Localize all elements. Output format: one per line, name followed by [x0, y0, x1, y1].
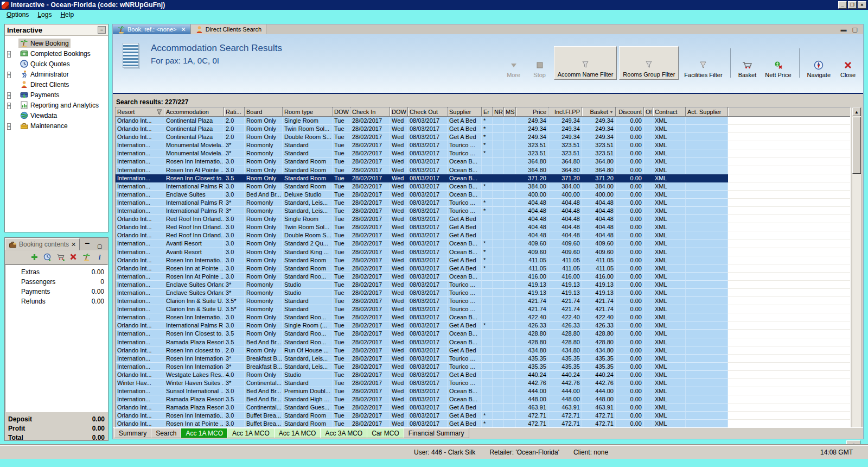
- table-row[interactable]: Orlando Int...Westgate Lakes Res...4.0Ro…: [116, 371, 850, 379]
- booking-minimize-icon[interactable]: ▔: [85, 244, 93, 250]
- table-row[interactable]: Internation...Rosen Inn International3*B…: [116, 363, 850, 371]
- column-header-of[interactable]: Of: [644, 108, 653, 117]
- results-table[interactable]: ResortAccommodationRati...BoardRoom type…: [115, 107, 851, 437]
- column-header-accommodation[interactable]: Accommodation: [164, 108, 224, 117]
- minimize-button[interactable]: _: [838, 1, 847, 9]
- table-row[interactable]: Internation...Ramada Plaza Resort...3.5B…: [116, 395, 850, 403]
- bottom-tab-acc-1a-mco[interactable]: Acc 1A MCO: [227, 428, 275, 438]
- expand-plus-icon[interactable]: +: [7, 102, 14, 109]
- column-filter-icon[interactable]: [156, 109, 162, 115]
- column-header-er[interactable]: Er: [482, 108, 493, 117]
- tabgroup-maximize-icon[interactable]: ▢: [852, 26, 858, 33]
- table-row[interactable]: Internation...Rosen Inn Internatio...3.0…: [116, 157, 850, 166]
- sidebar-item-administrator[interactable]: +Administrator: [5, 69, 108, 79]
- booking-row-refunds[interactable]: Refunds0.00: [5, 296, 107, 306]
- sidebar-collapse-button[interactable]: −: [98, 26, 106, 34]
- column-header-check-out[interactable]: Check Out: [408, 108, 448, 117]
- bottom-tab-search[interactable]: Search: [151, 428, 181, 438]
- column-header-incl-fl-pp[interactable]: Incl.Fl.PP: [548, 108, 582, 117]
- table-row[interactable]: Internation...Ramada Plaza Resort...3.5B…: [116, 338, 850, 346]
- column-header-check-in[interactable]: Check In: [350, 108, 390, 117]
- tab-book-ref-none-[interactable]: Book. ref.: <none>✕: [113, 24, 191, 34]
- table-row[interactable]: Internation...Rosen Inn International3*B…: [116, 355, 850, 363]
- column-header-discount[interactable]: Discount: [616, 108, 644, 117]
- new-booking-palm-icon[interactable]: [82, 253, 91, 261]
- table-row[interactable]: Orlando Int...Rosen Inn Internatio...3.0…: [116, 412, 850, 420]
- bottom-tab-car-mco[interactable]: Car MCO: [367, 428, 404, 438]
- column-header-resort[interactable]: Resort: [116, 108, 164, 117]
- table-row[interactable]: Internation...Rosen Inn At Pointe ...3.0…: [116, 273, 850, 281]
- table-row[interactable]: Orlando Int...Rosen Inn at Pointe ...3.0…: [116, 264, 850, 273]
- tab-direct-clients-search[interactable]: Direct Clients Search: [191, 24, 266, 34]
- sidebar-item-direct-clients[interactable]: Direct Clients: [5, 79, 108, 90]
- bottom-tab-acc-3a-mco[interactable]: Acc 3A MCO: [320, 428, 367, 438]
- table-row[interactable]: Internation...Rosen Inn Internatio...3.0…: [116, 313, 850, 321]
- expand-plus-icon[interactable]: +: [7, 51, 14, 57]
- menu-logs[interactable]: Logs: [34, 10, 55, 19]
- sidebar-item-completed-bookings[interactable]: +Completed Bookings: [5, 48, 108, 59]
- table-row[interactable]: Orlando Int...Red Roof Inn Orland...3.0R…: [116, 223, 850, 231]
- table-row[interactable]: Internation...Avanti Resort3.0Room OnlyS…: [116, 239, 850, 248]
- vertical-scrollbar[interactable]: ▲ ▼: [852, 107, 861, 437]
- booking-row-passengers[interactable]: Passengers0: [5, 277, 107, 287]
- bottom-tab-financial-summary[interactable]: Financial Summary: [404, 428, 469, 438]
- column-header-ms[interactable]: MS: [504, 108, 516, 117]
- column-header-price[interactable]: Price: [516, 108, 548, 117]
- table-row[interactable]: Internation...Monumental Moviela...3*Roo…: [116, 149, 850, 157]
- table-row[interactable]: Internation...Rosen Inn At Pointe ...3.0…: [116, 166, 850, 174]
- sidebar-item-maintenance[interactable]: +Maintenance: [5, 121, 108, 131]
- table-row[interactable]: Orlando Int...Ramada Plaza Resort...3.0C…: [116, 403, 850, 412]
- expand-plus-icon[interactable]: +: [7, 71, 14, 78]
- table-row[interactable]: Orlando Int...Continental Plaza2.0Room O…: [116, 133, 850, 141]
- booking-row-payments[interactable]: Payments0.00: [5, 287, 107, 296]
- table-row[interactable]: Winter Hav...Winter Haven Suites ...3*Co…: [116, 379, 850, 387]
- close-window-button[interactable]: ×: [858, 1, 866, 9]
- availability-clock-icon[interactable]: [43, 253, 52, 261]
- table-row[interactable]: Internation...International Palms R...3*…: [116, 199, 850, 207]
- scroll-up-icon[interactable]: ▲: [852, 108, 861, 116]
- table-row[interactable]: Orlando Int...Continental Plaza2.0Room O…: [116, 117, 850, 125]
- add-icon[interactable]: [30, 253, 39, 261]
- tab-close-icon[interactable]: ✕: [181, 26, 186, 33]
- title-bar[interactable]: Interactive - Ocean-Florida (code: wNRUp…: [0, 0, 868, 10]
- column-header-dow[interactable]: DOW: [390, 108, 408, 117]
- tabgroup-minimize-icon[interactable]: ▬: [841, 26, 847, 33]
- menu-help[interactable]: Help: [56, 10, 78, 19]
- basket-move-icon[interactable]: [56, 253, 65, 261]
- booking-contents-tab[interactable]: Booking contents ✕: [5, 238, 80, 250]
- column-header-board[interactable]: Board: [245, 108, 283, 117]
- table-row[interactable]: Internation...Clarion Inn & Suite U...3.…: [116, 297, 850, 305]
- column-header-basket[interactable]: Basket▼: [582, 108, 616, 117]
- table-row[interactable]: Internation...Enclave Suites Orlando3*Ro…: [116, 289, 850, 297]
- booking-row-extras[interactable]: Extras0.00: [5, 267, 107, 277]
- table-row-selected[interactable]: Internation...Rosen Inn Closest to...3.5…: [116, 174, 850, 182]
- accomm-name-filter-button[interactable]: Accomm Name Filter: [554, 46, 617, 80]
- table-row[interactable]: Orlando Int...Red Roof Inn Orland...3.0R…: [116, 231, 850, 239]
- table-row[interactable]: Orlando Int...Continental Plaza2.0Room O…: [116, 125, 850, 133]
- menu-options[interactable]: Options: [3, 10, 33, 19]
- table-row[interactable]: Internation...Enclave Suites3.0Bed And B…: [116, 191, 850, 199]
- sidebar-item-quick-quotes[interactable]: Quick Quotes: [5, 59, 108, 69]
- table-row[interactable]: Orlando Int...Rosen Inn Internatio...3.0…: [116, 256, 850, 264]
- table-row[interactable]: Internation...International Palms R...3*…: [116, 207, 850, 215]
- bottom-tab-acc-1a-mco[interactable]: Acc 1A MCO: [181, 428, 228, 438]
- sidebar-item-payments[interactable]: +$Payments: [5, 90, 108, 100]
- column-header-act-supplier[interactable]: Act. Supplier: [686, 108, 728, 117]
- nett-price-button[interactable]: Nett Price: [762, 46, 794, 80]
- facilities-filter-button[interactable]: Facilities Filter: [681, 46, 725, 80]
- column-header-dow[interactable]: DOW: [333, 108, 350, 117]
- close-results-button[interactable]: Close: [836, 46, 860, 80]
- booking-maximize-icon[interactable]: ▢: [97, 244, 105, 250]
- table-row[interactable]: Internation...Sunsol International ...3.…: [116, 387, 850, 395]
- column-header-nr[interactable]: NR: [493, 108, 504, 117]
- table-row[interactable]: Internation...Rosen Inn Closest to...3.5…: [116, 330, 850, 338]
- booking-tab-close-icon[interactable]: ✕: [71, 241, 76, 248]
- delete-icon[interactable]: [69, 253, 78, 261]
- table-row[interactable]: Orlando Int...Red Roof Inn Orland...3.0R…: [116, 215, 850, 223]
- column-header-rati-[interactable]: Rati...: [224, 108, 245, 117]
- table-row[interactable]: Internation...Monumental Moviela...3*Roo…: [116, 141, 850, 149]
- column-header-supplier[interactable]: Supplier: [448, 108, 482, 117]
- column-header-room-type[interactable]: Room type: [283, 108, 333, 117]
- info-icon-small[interactable]: i: [95, 253, 104, 261]
- navigate-button[interactable]: Navigate: [804, 46, 834, 80]
